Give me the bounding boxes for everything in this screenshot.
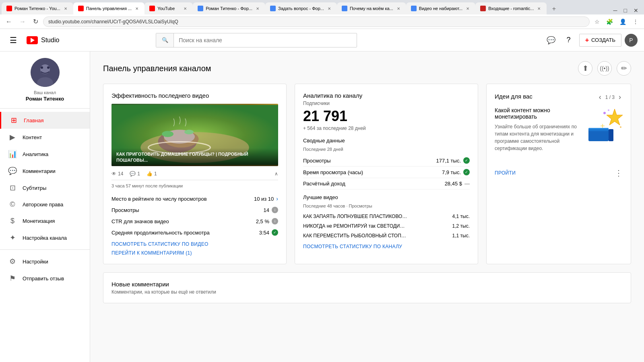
summary-subtitle: Последние 28 дней	[303, 147, 470, 152]
tab-1[interactable]: Роман Титенко - You... ✕	[2, 2, 73, 14]
tab-close-3[interactable]: ✕	[182, 6, 188, 12]
tab-close-2[interactable]: ✕	[134, 6, 140, 12]
tab-4[interactable]: Роман Титенко - Фор... ✕	[193, 2, 265, 14]
metric-label-views: Просмотры	[111, 207, 139, 213]
svg-point-3	[41, 66, 43, 69]
channel-avatar[interactable]	[31, 58, 60, 87]
search-input[interactable]	[174, 37, 357, 43]
sidebar-item-customization[interactable]: ✦ Настройка канала	[0, 229, 90, 246]
ctr-value: 2,5 %	[256, 218, 269, 224]
sidebar-item-home[interactable]: ⊞ Главная	[0, 112, 90, 129]
idea-more-button[interactable]: ⋮	[615, 168, 623, 178]
comments-value: 1	[137, 171, 140, 177]
last-video-title: Эффективность последнего видео	[111, 92, 278, 99]
sidebar-item-settings[interactable]: ⚙ Настройки	[0, 253, 90, 270]
studio-logo-text: Studio	[41, 37, 59, 44]
maximize-button[interactable]: □	[621, 6, 630, 14]
tab-3[interactable]: YouTube ✕	[144, 2, 193, 14]
expand-icon[interactable]: ∧	[275, 171, 278, 177]
tab-5[interactable]: Задать вопрос - Фор... ✕	[265, 2, 337, 14]
hamburger-menu[interactable]: ☰	[6, 32, 20, 48]
metric-label-ctr: CTR для значков видео	[111, 218, 169, 224]
svg-marker-13	[607, 109, 623, 125]
sidebar-item-monetization[interactable]: $ Монетизация	[0, 213, 90, 229]
tab-close-1[interactable]: ✕	[63, 6, 68, 12]
address-input[interactable]	[43, 16, 590, 27]
sidebar-label-content: Контент	[23, 134, 42, 140]
ideas-header: Идеи для вас ‹ 1 / 3 ›	[495, 92, 623, 102]
tab-close-4[interactable]: ✕	[255, 6, 260, 12]
sidebar-item-comments[interactable]: 💬 Комментарии	[0, 162, 90, 179]
create-button[interactable]: + СОЗДАТЬ	[579, 34, 621, 47]
close-button[interactable]: ✕	[631, 6, 641, 14]
sidebar-item-content[interactable]: ▶ Контент	[0, 129, 90, 146]
bookmark-button[interactable]: ☆	[592, 17, 602, 27]
menu-button[interactable]: ⋮	[630, 17, 641, 27]
idea-svg	[586, 107, 623, 143]
tab-8[interactable]: Входящие - romantic... ✕	[475, 2, 547, 14]
channel-stats-link[interactable]: ПОСМОТРЕТЬ СТАТИСТИКУ ПО КАНАЛУ	[303, 244, 470, 249]
tab-bar: Роман Титенко - You... ✕ Панель управлен…	[0, 0, 644, 14]
last-video-card: Эффективность последнего видео	[103, 84, 287, 264]
extensions-button[interactable]: 🧩	[604, 17, 615, 27]
tab-close-8[interactable]: ✕	[536, 6, 542, 12]
analytics-row-views: Просмотры 177,1 тыс. ✓	[303, 155, 470, 167]
sidebar-item-analytics[interactable]: 📊 Аналитика	[0, 146, 90, 162]
profile-button[interactable]: 👤	[617, 17, 629, 27]
idea-action-button[interactable]: ПРОЙТИ	[495, 170, 516, 176]
minimize-button[interactable]: ─	[611, 6, 620, 14]
views-number: 14	[264, 207, 269, 213]
ideas-next-button[interactable]: ›	[617, 92, 623, 102]
tab-close-5[interactable]: ✕	[326, 6, 332, 12]
comments-link[interactable]: ПЕРЕЙТИ К КОММЕНТАРИЯМ (1)	[111, 250, 278, 256]
ideas-prev-button[interactable]: ‹	[597, 92, 603, 102]
page-title-area: Панель управления каналом ⬆ ((•)) ✏	[103, 61, 631, 76]
best-video-title-1: КАК ЗАПАЯТЬ ЛОПНУВШЕЕ ПЛАСТИКОВОЕ В...	[303, 214, 408, 219]
customization-icon: ✦	[8, 233, 17, 242]
revenue-num: 28,45 $	[445, 181, 462, 187]
reload-button[interactable]: ↻	[31, 16, 41, 27]
tab-close-6[interactable]: ✕	[396, 6, 401, 12]
new-comments-card: Новые комментарии Комментарии, на которы…	[103, 272, 631, 303]
search-icon[interactable]: 🔍	[156, 33, 174, 47]
comments-stat: 💬 1	[130, 171, 140, 177]
sidebar: Ваш канал Роман Титенко ⊞ Главная ▶ Конт…	[0, 51, 90, 362]
metric-label-duration: Средняя продолжительность просмотра	[111, 230, 210, 236]
youtube-studio-app: ☰ Studio 🔍 💬 ? + СОЗДАТЬ Р	[0, 29, 644, 362]
views-stat: 👁 14	[111, 171, 123, 177]
tab-2[interactable]: Панель управления ... ✕	[73, 2, 144, 14]
sidebar-label-monetization: Монетизация	[23, 218, 55, 224]
idea-illustration	[586, 107, 623, 144]
user-avatar[interactable]: Р	[625, 34, 638, 47]
feedback-icon[interactable]: 💬	[544, 33, 558, 47]
tab-close-7[interactable]: ✕	[465, 6, 471, 12]
sidebar-item-feedback[interactable]: ⚑ Отправить отзыв	[0, 270, 90, 287]
video-stats: 👁 14 💬 1 👍 1 ∧	[111, 169, 278, 180]
video-stats-link[interactable]: ПОСМОТРЕТЬ СТАТИСТИКУ ПО ВИДЕО	[111, 241, 278, 247]
sidebar-item-copyright[interactable]: © Авторские права	[0, 196, 90, 213]
sidebar-item-subtitles[interactable]: ⊡ Субтитры	[0, 179, 90, 196]
best-video-3: КАК ПЕРЕМЕСТИТЬ РЫБОЛОВНЫЙ СТОПОР ... 1,…	[303, 231, 470, 241]
create-button-label: СОЗДАТЬ	[591, 37, 615, 43]
back-button[interactable]: ←	[3, 16, 14, 27]
youtube-icon	[27, 36, 38, 44]
video-thumbnail[interactable]: КАК ПРИГОТОВИТЬ ДОМАШНИЕ ГОЛУБЦЫ? | ПОДР…	[111, 104, 278, 166]
video-title-overlay: КАК ПРИГОТОВИТЬ ДОМАШНИЕ ГОЛУБЦЫ? | ПОДР…	[116, 152, 248, 162]
tab-7[interactable]: Видео не набирают... ✕	[406, 2, 475, 14]
tab-add-button[interactable]: +	[548, 3, 559, 14]
best-video-title-2: НИКОГДА не РЕМОНТИРУЙ так СВЕТОДИОД...	[303, 223, 408, 229]
metric-value-ctr: 2,5 % i	[256, 218, 278, 224]
tab-title-6: Почему на моём ка...	[350, 6, 393, 11]
upload-button[interactable]: ⬆	[578, 61, 592, 76]
help-icon[interactable]: ?	[561, 33, 576, 47]
tab-favicon-3	[149, 6, 155, 11]
views-num: 177,1 тыс.	[436, 158, 461, 164]
tab-6[interactable]: Почему на моём ка... ✕	[337, 2, 406, 14]
views-icon: 👁	[111, 171, 116, 177]
forward-button[interactable]: →	[17, 16, 28, 27]
tab-title-1: Роман Титенко - You...	[14, 6, 60, 11]
live-button[interactable]: ((•))	[597, 61, 612, 76]
content-icon: ▶	[8, 133, 17, 142]
edit-button[interactable]: ✏	[617, 61, 631, 76]
tab-favicon-6	[342, 6, 347, 11]
